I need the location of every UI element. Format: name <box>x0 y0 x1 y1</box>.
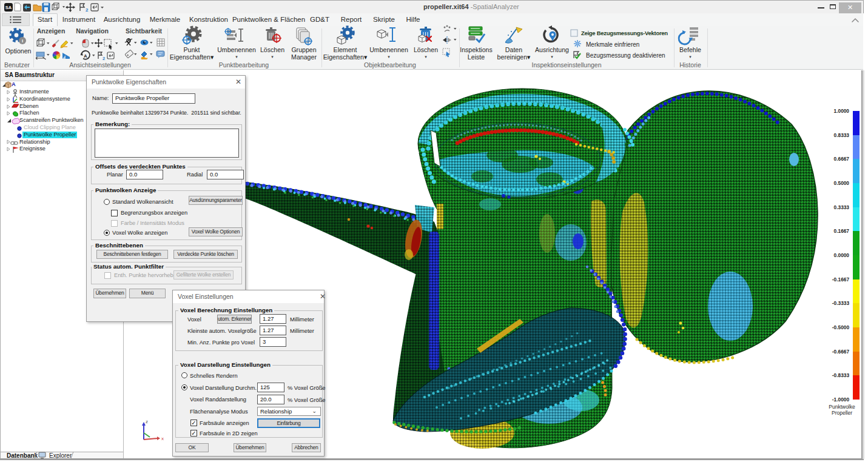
svg-text:z: z <box>146 419 148 424</box>
svg-text:x: x <box>161 436 164 441</box>
